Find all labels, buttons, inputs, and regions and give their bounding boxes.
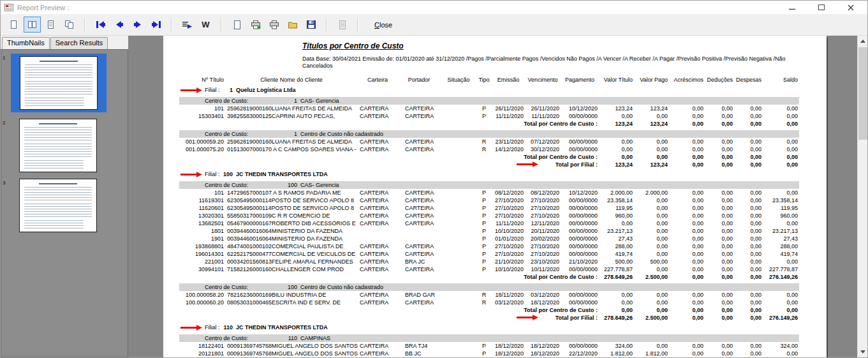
- minimize-icon: [789, 4, 795, 10]
- thumbnail-page-1[interactable]: [11, 54, 107, 112]
- report-subtitle: Data Base: 30/04/2021 Emissão de: 01/01/…: [302, 56, 791, 70]
- total-value: 0,00: [705, 273, 734, 281]
- thumbnail-page-2[interactable]: [11, 119, 97, 172]
- cell: CARTEIRA: [358, 342, 397, 350]
- cell: 27/10/2020: [492, 204, 525, 212]
- cell: 0,00: [705, 265, 734, 273]
- scroll-down-button[interactable]: [858, 347, 867, 357]
- save-report-button[interactable]: [302, 17, 320, 33]
- save-floppy-icon: [306, 20, 316, 29]
- cell: [441, 212, 476, 220]
- cell: 00/00/0000: [561, 112, 599, 120]
- thumbnail-page-3[interactable]: [11, 179, 97, 232]
- cell: 101: [179, 105, 225, 112]
- window-controls: [786, 3, 864, 13]
- cell: 03/12/2020: [492, 299, 525, 306]
- centro-name: CAMPINAS: [300, 335, 330, 342]
- cell: 15303401: [179, 112, 225, 120]
- view-multiple-pages-button[interactable]: [61, 17, 78, 33]
- export-button[interactable]: [334, 17, 351, 33]
- cell: 0,00: [634, 204, 669, 212]
- tab-search-results[interactable]: Search Results: [50, 37, 108, 49]
- single-page-icon: [9, 20, 18, 29]
- open-report-button[interactable]: [284, 17, 301, 33]
- cell: 0,00: [734, 227, 763, 235]
- cell: 0,00: [734, 350, 763, 357]
- cell: 0,00: [634, 138, 669, 145]
- cell: 0,00: [705, 350, 734, 357]
- close-button-label-rest: lose: [379, 21, 392, 29]
- cell: CARTEIRA: [397, 250, 441, 258]
- next-page-button[interactable]: [129, 17, 146, 33]
- panel-tabs: ThumbNails Search Results: [1, 36, 128, 49]
- preview-area: Títulos por Centro de Custo Data Base: 3…: [128, 36, 867, 357]
- total-value: 0,00: [734, 306, 763, 314]
- cell: [441, 258, 476, 265]
- vertical-scrollbar[interactable]: [857, 36, 867, 357]
- cell: [441, 220, 476, 227]
- filial-row-cell: Filial :1Queluz Logística Ltda: [179, 84, 799, 94]
- cell: CARTEIRA: [358, 189, 397, 197]
- close-button[interactable]: Close: [367, 19, 400, 31]
- cell: 0,00: [734, 250, 763, 258]
- cell: 0,00: [669, 105, 705, 112]
- cell: 0,00: [705, 138, 734, 145]
- filial-arrow-icon: [180, 87, 202, 93]
- cell: 00394460016064MINISTERIO DA FAZENDA: [225, 227, 358, 235]
- cell: 26/11/2020: [525, 105, 561, 112]
- total-label: Total por Filial :: [179, 161, 599, 168]
- column-header: Carteira: [358, 76, 397, 84]
- total-value: 2.500,00: [634, 273, 669, 281]
- cell: 0,00: [705, 112, 734, 120]
- centro-number: 100: [268, 284, 297, 291]
- cell: 00/00/0000: [561, 299, 599, 306]
- cell: 00/00/0000: [561, 242, 599, 250]
- cell: 221001: [179, 258, 225, 265]
- prev-page-button[interactable]: [110, 17, 128, 33]
- cell: CARTEIRA: [397, 138, 441, 145]
- close-window-button[interactable]: [844, 3, 857, 13]
- view-whole-page-button[interactable]: [5, 17, 22, 33]
- minimize-button[interactable]: [786, 3, 798, 13]
- goto-page-button[interactable]: [179, 17, 196, 33]
- print-setup-button[interactable]: [247, 17, 264, 33]
- thumbnail-title-line: [39, 123, 77, 124]
- data-row: 100.000058.2078216236000169BILU INDUSTRI…: [179, 291, 799, 299]
- cell: 0,00: [669, 342, 705, 350]
- cell: 23/10/2020: [525, 258, 561, 265]
- total-value: 276.149,26: [763, 273, 799, 281]
- view-two-pages-button[interactable]: [24, 17, 41, 33]
- tab-thumbnails[interactable]: ThumbNails: [2, 37, 50, 49]
- cell: 62305495000114POSTO DE SERVICO APOLO 8: [225, 204, 358, 212]
- cell: 0,00: [734, 242, 763, 250]
- cell: R: [476, 299, 492, 306]
- centro-de-custo-band: Centro de Custo:100Centro de Custo não c…: [179, 281, 799, 291]
- cell: 48474001000102COMERCIAL PAULISTA DE: [225, 242, 358, 250]
- report-preview-window: Report Preview : W Close: [0, 0, 868, 358]
- maximize-button[interactable]: [815, 3, 828, 13]
- centro-de-custo-band-cell: Centro de Custo:1Centro de Custo não cad…: [179, 128, 799, 138]
- data-row: 001.000075.2001513007000170 A C CAMPOS S…: [179, 145, 799, 153]
- cell: 23.358,14: [599, 197, 634, 204]
- app-icon: [4, 3, 13, 11]
- scroll-up-button[interactable]: [858, 36, 867, 46]
- cell: 0,00: [734, 299, 763, 306]
- watermark-button[interactable]: W: [197, 17, 214, 33]
- first-page-button[interactable]: [92, 17, 109, 33]
- cell: 11/11/2020: [492, 220, 525, 227]
- data-row: 1302030155850317000109C R R COMERCIO DEC…: [179, 212, 799, 220]
- scrollbar-thumb[interactable]: [858, 47, 867, 140]
- blank-page-button[interactable]: [228, 17, 246, 33]
- last-page-button[interactable]: [147, 17, 165, 33]
- cell: [441, 342, 476, 350]
- total-value: 0,00: [763, 120, 799, 128]
- view-page-width-button[interactable]: [42, 17, 59, 33]
- print-button[interactable]: [265, 17, 283, 33]
- cell: P: [476, 212, 492, 220]
- cell: 0,00: [763, 291, 799, 299]
- cell: 0,00: [734, 258, 763, 265]
- thumbnail-row: 2: [3, 119, 128, 172]
- printer-icon: [269, 20, 279, 29]
- cell: [441, 265, 476, 273]
- cell: 0,00: [734, 342, 763, 350]
